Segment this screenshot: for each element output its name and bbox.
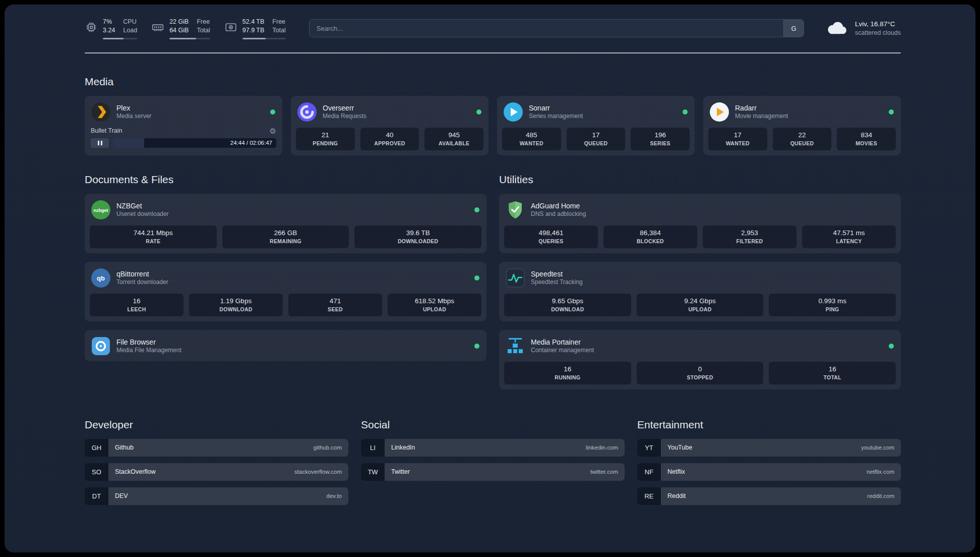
radarr-icon <box>709 102 729 122</box>
cloud-icon <box>825 20 848 36</box>
stat-value: 1.19 Gbps <box>190 297 282 305</box>
playback-progress-track[interactable]: 24:44 / 02:06:47 <box>113 138 276 148</box>
disk-progress-bar <box>242 38 286 39</box>
memory-total-value: 64 GiB <box>169 26 189 34</box>
section-title-utilities: Utilities <box>499 174 901 186</box>
memory-icon <box>151 21 164 34</box>
bookmark-linkedin[interactable]: LI LinkedIn linkedin.com <box>361 439 625 457</box>
status-dot <box>683 109 688 115</box>
divider <box>85 52 901 53</box>
stat-value: 47.571 ms <box>803 229 895 237</box>
stat-value: 16 <box>770 365 895 373</box>
bookmark-dev[interactable]: DT DEV dev.to <box>85 487 348 505</box>
service-stats: 16 RUNNING 0 STOPPED 16 TOTAL <box>504 362 896 384</box>
gear-icon[interactable]: ⚙ <box>270 127 276 135</box>
stat-value: 485 <box>503 131 560 139</box>
stat-block: 22 QUEUED <box>773 128 832 150</box>
stat-value: 0.993 ms <box>770 297 895 305</box>
stat-label: DOWNLOAD <box>505 306 630 312</box>
service-header: AdGuard Home DNS and adblocking <box>504 199 896 220</box>
service-card-radarr[interactable]: Radarr Movie management 17 WANTED 22 QUE… <box>703 96 901 155</box>
stat-value: 498,461 <box>505 229 597 237</box>
weather-widget[interactable]: Lviv, 16.87°C scattered clouds <box>825 20 901 36</box>
service-card-speedtest[interactable]: Speedtest Speedtest Tracking 9.65 Gbps D… <box>499 262 901 321</box>
stat-value: 9.24 Gbps <box>638 297 763 305</box>
now-playing-title: Bullet Train <box>91 127 122 134</box>
stat-label: RATE <box>91 238 216 244</box>
stat-value: 2,953 <box>704 229 795 237</box>
bookmark-url: youtube.com <box>861 444 894 451</box>
top-bar: 7% CPU 3.24 Load 22 GiB Free <box>85 18 901 39</box>
stat-label: QUEUED <box>568 140 625 146</box>
memory-total-label: Total <box>197 26 210 34</box>
service-stats: 16 LEECH 1.19 Gbps DOWNLOAD 471 SEED <box>90 294 481 316</box>
stat-block: 16 RUNNING <box>504 362 631 384</box>
status-dot <box>889 109 894 115</box>
memory-free-label: Free <box>197 18 210 26</box>
disk-progress-fill <box>242 38 266 39</box>
service-card-qbittorrent[interactable]: qb qBittorrent Torrent downloader 16 <box>85 262 486 321</box>
stat-block: 0.993 ms PING <box>769 294 896 316</box>
stat-label: UPLOAD <box>638 306 763 312</box>
service-card-portainer[interactable]: Media Portainer Container management 16 … <box>499 330 901 389</box>
service-card-adguard[interactable]: AdGuard Home DNS and adblocking 498,461 … <box>499 194 901 253</box>
service-header: Plex Media server <box>90 101 277 122</box>
bookmark-name: Netflix <box>667 468 685 475</box>
status-dot <box>474 207 479 212</box>
stat-value: 40 <box>361 131 418 139</box>
service-description: Container management <box>531 347 594 355</box>
stat-value: 945 <box>425 131 482 139</box>
stat-value: 16 <box>505 365 630 373</box>
service-stats: 498,461 QUERIES 86,384 BLOCKED 2,953 FIL… <box>504 226 896 248</box>
stat-block: 39.6 TB DOWNLOADED <box>354 226 481 248</box>
cpu-load-label: Load <box>123 26 137 34</box>
stat-label: QUERIES <box>505 238 597 244</box>
section-title-developer: Developer <box>85 419 348 431</box>
service-name: Sonarr <box>529 103 583 113</box>
documents-column: Documents & Files nzbget NZBGet Usenet d… <box>85 155 486 361</box>
stat-label: LATENCY <box>803 238 895 244</box>
bookmark-name: YouTube <box>667 444 692 451</box>
section-title-media: Media <box>85 76 901 88</box>
service-card-overseerr[interactable]: Overseerr Media Requests 21 PENDING 40 A… <box>291 96 488 155</box>
service-name: qBittorrent <box>116 269 168 278</box>
service-card-plex[interactable]: Plex Media server Bullet Train ⚙ 24: <box>85 96 282 155</box>
stat-block: 86,384 BLOCKED <box>603 226 697 248</box>
search-input[interactable] <box>309 19 804 37</box>
stat-value: 86,384 <box>604 229 696 237</box>
plex-icon <box>91 102 111 122</box>
service-stats: 9.65 Gbps DOWNLOAD 9.24 Gbps UPLOAD 0.99… <box>504 294 896 316</box>
status-dot <box>474 344 479 349</box>
service-card-sonarr[interactable]: Sonarr Series management 485 WANTED 17 Q… <box>497 96 695 155</box>
bookmark-url: dev.to <box>327 493 342 499</box>
bookmarks-area: Developer GH Github github.com SO StackO… <box>85 389 901 512</box>
search-provider-button[interactable]: G <box>783 20 804 37</box>
playback-time: 24:44 / 02:06:47 <box>230 140 272 146</box>
stat-label: PENDING <box>297 140 354 146</box>
service-card-nzbget[interactable]: nzbget NZBGet Usenet downloader 744.21 M… <box>85 194 486 253</box>
bookmark-youtube[interactable]: YT YouTube youtube.com <box>637 439 901 457</box>
service-card-filebrowser[interactable]: File Browser Media File Management <box>85 330 486 361</box>
service-header: Sonarr Series management <box>502 101 690 122</box>
memory-progress-bar <box>169 38 210 39</box>
stat-label: REMAINING <box>223 238 348 244</box>
cpu-progress-fill <box>103 38 124 39</box>
bookmark-reddit[interactable]: RE Reddit reddit.com <box>637 487 901 505</box>
bookmark-abbr: LI <box>361 439 385 457</box>
stat-block: 21 PENDING <box>296 128 355 150</box>
stat-label: WANTED <box>503 140 560 146</box>
speedtest-icon <box>505 268 525 288</box>
service-name: Radarr <box>735 103 788 113</box>
service-description: DNS and adblocking <box>531 210 586 218</box>
pause-button[interactable] <box>91 138 109 148</box>
stat-block: 16 TOTAL <box>769 362 896 384</box>
stat-block: 485 WANTED <box>502 128 561 150</box>
stat-block: 40 APPROVED <box>360 128 419 150</box>
service-stats: 21 PENDING 40 APPROVED 945 AVAILABLE <box>296 128 483 150</box>
bookmark-stackoverflow[interactable]: SO StackOverflow stackoverflow.com <box>85 463 348 481</box>
bookmark-twitter[interactable]: TW Twitter twitter.com <box>361 463 625 481</box>
bookmark-github[interactable]: GH Github github.com <box>85 439 348 457</box>
cpu-icon <box>85 21 98 34</box>
stat-label: TOTAL <box>770 374 895 380</box>
bookmark-netflix[interactable]: NF Netflix netflix.com <box>637 463 901 481</box>
